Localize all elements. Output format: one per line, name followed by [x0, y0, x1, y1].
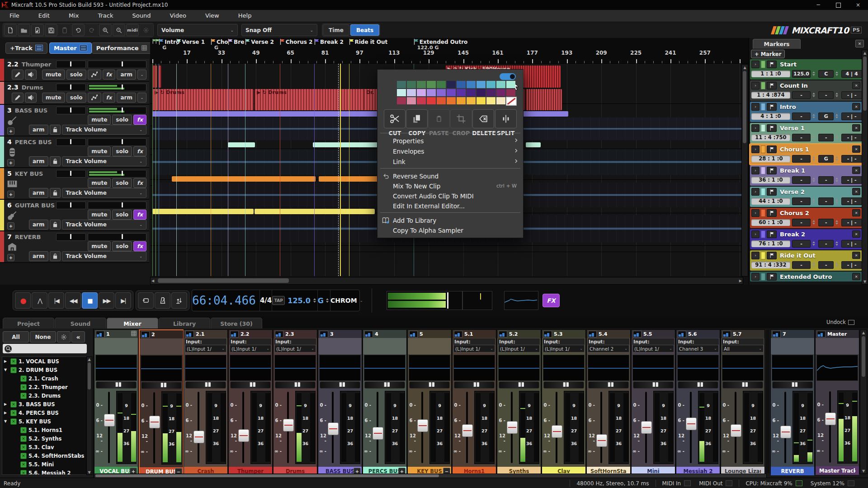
marker-time-field[interactable]: 1 : 1 :0: [751, 70, 790, 77]
add-track-button[interactable]: +Track: [5, 42, 47, 54]
track-mute-button[interactable]: mute: [88, 146, 111, 156]
scrollbar-thumb[interactable]: [743, 71, 746, 143]
pan-handle[interactable]: [115, 382, 118, 387]
color-swatch[interactable]: [397, 97, 406, 104]
punch-button[interactable]: ⋀: [32, 292, 47, 309]
track-pan-slider[interactable]: [56, 202, 86, 209]
pan-handle[interactable]: [473, 382, 476, 387]
scroll-up-arrow[interactable]: ▲: [87, 357, 92, 361]
color-swatch[interactable]: [437, 89, 446, 96]
fader-cap[interactable]: [731, 424, 741, 437]
mixer-strip-2.1[interactable]: 2.1Input:(L)Input 1/⌄0 -6 -12 -∞ -918273…: [184, 329, 228, 474]
marker-timesig-field[interactable]: - | -: [841, 134, 862, 141]
pan-handle[interactable]: [297, 382, 300, 387]
track-checkbox[interactable]: ✕: [20, 393, 27, 399]
punch-io-button[interactable]: [171, 292, 187, 309]
marker-color-chip[interactable]: [761, 167, 765, 174]
pan-handle[interactable]: [795, 382, 797, 387]
markers-close-button[interactable]: ✕: [855, 40, 864, 47]
fader-cap[interactable]: [552, 425, 562, 438]
track-checkbox[interactable]: ✕: [20, 427, 27, 433]
color-swatch[interactable]: [467, 89, 476, 96]
menu-item-reverse-sound[interactable]: Reverse Sound: [377, 171, 523, 181]
track-checkbox[interactable]: ✕: [10, 401, 17, 408]
maximize-button[interactable]: [828, 0, 848, 10]
strip-pan-slider[interactable]: [141, 382, 182, 389]
track-volume-slider[interactable]: [88, 170, 146, 178]
audio-clip[interactable]: [152, 66, 157, 88]
pan-handle[interactable]: [387, 382, 390, 387]
collapse-button[interactable]: «: [71, 331, 85, 343]
tree-item-2-drum-bus[interactable]: ▼✕2. DRUM BUS: [2, 366, 87, 374]
scrollbar-thumb[interactable]: [862, 336, 865, 377]
split-button[interactable]: SPLIT: [495, 109, 517, 136]
tab-project[interactable]: Project: [3, 318, 54, 329]
track-checkbox[interactable]: ✕: [20, 470, 27, 475]
marker-expand-button[interactable]: ›: [751, 167, 760, 174]
audio-clip[interactable]: [172, 176, 316, 182]
close-button[interactable]: ×: [848, 0, 868, 10]
pan-handle[interactable]: [611, 382, 613, 387]
color-swatch[interactable]: [417, 97, 426, 104]
menu-item-envelopes[interactable]: Envelopes: [377, 146, 523, 156]
key-spinner[interactable]: [835, 241, 840, 246]
no-color-swatch[interactable]: [506, 97, 516, 105]
marker-color-chip[interactable]: [761, 103, 765, 111]
marker-key-field[interactable]: G: [818, 155, 834, 163]
input-dropdown[interactable]: (L)Input 1/⌄: [453, 345, 495, 352]
strip-pan-slider[interactable]: [320, 381, 360, 389]
strip-eq-display[interactable]: [95, 355, 137, 381]
menu-item-sound[interactable]: Sound: [123, 10, 160, 22]
tree-item-5-4-softhornstabs[interactable]: ✕5.4. SoftHornStabs: [2, 451, 87, 460]
marker-tempo-field[interactable]: -: [792, 134, 811, 141]
marker-time-field[interactable]: 1 : 4 :874: [751, 92, 790, 99]
fader-cap[interactable]: [149, 416, 160, 428]
strip-pan-slider[interactable]: [409, 381, 450, 389]
input-dropdown[interactable]: (L)Input 1/⌄: [632, 345, 674, 352]
track-pan-slider[interactable]: [56, 138, 86, 146]
pan-handle[interactable]: [384, 382, 387, 387]
track-volume-slider[interactable]: [88, 84, 146, 91]
fader-track[interactable]: [242, 392, 244, 463]
fader-cap[interactable]: [507, 421, 518, 434]
strip-eq-display[interactable]: [498, 355, 540, 381]
pan-handle[interactable]: [742, 382, 745, 387]
color-swatch[interactable]: [486, 89, 495, 96]
track-pencil-button[interactable]: [12, 70, 24, 80]
timeline-marker-break-2[interactable]: Break 2: [314, 39, 344, 45]
tree-collapsed-icon[interactable]: ▶: [4, 359, 9, 363]
scroll-down-arrow[interactable]: ▼: [862, 279, 868, 284]
go-end-button[interactable]: ▶|: [115, 292, 131, 309]
color-swatch[interactable]: [447, 89, 456, 96]
mode-section[interactable]: CHROM⌄: [330, 290, 363, 311]
mixer-strip-7[interactable]: 70 -6 -12 -∞ -9182736REVERB: [770, 329, 815, 474]
tempo-spinner[interactable]: [812, 114, 816, 118]
pan-handle[interactable]: [656, 382, 658, 387]
marker-timesig-field[interactable]: - | -: [841, 113, 862, 120]
track-checkbox[interactable]: ✕: [20, 461, 27, 468]
pan-handle[interactable]: [432, 382, 434, 387]
strip-pan-slider[interactable]: [275, 381, 316, 389]
marker-timesig-field[interactable]: - | -: [841, 261, 862, 269]
menu-item-convert-audio-clip-to-midi[interactable]: Convert Audio Clip To MIDI: [377, 191, 523, 201]
new-file-icon[interactable]: [4, 24, 17, 36]
strip-eq-display[interactable]: [274, 355, 316, 381]
tempo-spinner[interactable]: [812, 241, 816, 246]
pan-handle[interactable]: [342, 382, 345, 387]
menu-item-track[interactable]: Track: [88, 10, 123, 22]
marker-tempo-field[interactable]: -: [792, 219, 811, 226]
menu-item-video[interactable]: Video: [160, 10, 195, 22]
mixer-strip-5.5[interactable]: 5.5Input:(L)Input 1/⌄0 -6 -12 -∞ -918273…: [631, 329, 675, 474]
track-speaker-button[interactable]: [25, 70, 37, 80]
markers-tab[interactable]: Markers: [753, 39, 801, 49]
marker-time-field[interactable]: 60 : 1 :0: [751, 219, 790, 226]
mixer-strip-5.3[interactable]: 5.3Input:(L)Input 1/⌄0 -6 -12 -∞ -918273…: [542, 329, 586, 474]
strip-eq-display[interactable]: [319, 355, 361, 381]
menu-item-edit[interactable]: Edit: [29, 10, 59, 22]
record-button[interactable]: ●: [15, 292, 31, 309]
fader-cap[interactable]: [417, 419, 428, 432]
marker-timesig-field[interactable]: - | -: [841, 240, 862, 248]
color-swatch[interactable]: [397, 89, 406, 96]
marker-expand-button[interactable]: ›: [751, 145, 760, 153]
input-dropdown[interactable]: (L)Input 1/⌄: [185, 345, 226, 352]
